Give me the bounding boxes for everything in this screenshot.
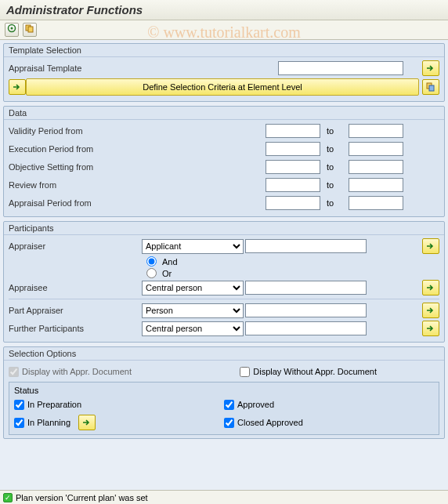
- appraiser-label: Appraiser: [9, 241, 142, 251]
- objective-from-label: Objective Setting from: [9, 162, 142, 172]
- part-appraiser-multi-button[interactable]: [422, 303, 439, 318]
- to-label: to: [327, 180, 342, 190]
- panel-title: Selection Options: [4, 347, 444, 361]
- and-label: And: [162, 257, 178, 267]
- to-label: to: [327, 144, 342, 154]
- panel-title: Template Selection: [4, 44, 444, 57]
- display-without-checkbox[interactable]: [240, 367, 250, 377]
- to-label: to: [327, 126, 342, 136]
- toolbar: [0, 20, 448, 40]
- to-label: to: [327, 198, 342, 208]
- appraisee-multi-button[interactable]: [422, 280, 439, 296]
- further-multi-button[interactable]: [422, 321, 439, 336]
- part-appraiser-label: Part Appraiser: [9, 306, 142, 315]
- closed-approved-label: Closed Approved: [237, 418, 303, 427]
- panel-selection-options: Selection Options Display with Appr. Doc…: [3, 346, 445, 439]
- panel-template-selection: Template Selection Appraisal Template De…: [3, 43, 445, 102]
- appraisal-template-label: Appraisal Template: [9, 63, 142, 73]
- page-title: Administrator Functions: [0, 0, 448, 20]
- display-with-label: Display with Appr. Document: [22, 367, 132, 376]
- panel-title: Participants: [4, 222, 444, 235]
- appraisee-input[interactable]: [245, 281, 367, 295]
- status-box: Status In Preparation In Planning: [9, 382, 439, 435]
- execution-from-label: Execution Period from: [9, 144, 142, 154]
- appraisal-template-multi-button[interactable]: [422, 60, 439, 76]
- define-criteria-lead-icon: [9, 79, 26, 95]
- display-without-label: Display Without Appr. Document: [253, 367, 377, 376]
- svg-point-1: [11, 27, 13, 30]
- or-label: Or: [162, 269, 172, 278]
- objective-to-input[interactable]: [349, 160, 403, 174]
- svg-rect-5: [429, 85, 434, 91]
- appraiser-multi-button[interactable]: [422, 238, 439, 254]
- status-bar: ✓ Plan version 'Current plan' was set: [0, 490, 448, 504]
- appraisal-template-input[interactable]: [278, 61, 403, 75]
- appraiser-input[interactable]: [245, 239, 367, 253]
- approved-label: Approved: [237, 400, 274, 409]
- further-input[interactable]: [245, 321, 367, 335]
- panel-title: Data: [4, 107, 444, 120]
- appraisal-from-label: Appraisal Period from: [9, 198, 142, 208]
- appraiser-type-select[interactable]: Applicant: [142, 239, 244, 254]
- execution-from-input[interactable]: [266, 142, 320, 156]
- success-icon: ✓: [3, 493, 13, 502]
- appraisee-label: Appraisee: [9, 283, 142, 292]
- and-radio[interactable]: [146, 256, 157, 267]
- part-appraiser-input[interactable]: [245, 303, 367, 317]
- review-from-input[interactable]: [266, 178, 320, 192]
- define-criteria-label: Define Selection Criteria at Element Lev…: [143, 82, 302, 92]
- further-type-select[interactable]: Central person: [142, 321, 244, 336]
- or-radio[interactable]: [146, 268, 157, 278]
- review-from-label: Review from: [9, 180, 142, 190]
- in-planning-checkbox[interactable]: [14, 418, 24, 428]
- panel-data: Data Validity Period from to Execution P…: [3, 106, 445, 217]
- in-planning-label: In Planning: [27, 418, 70, 427]
- execute-button[interactable]: [5, 23, 19, 37]
- status-message: Plan version 'Current plan' was set: [16, 493, 148, 502]
- display-with-checkbox: [9, 367, 19, 377]
- appraisal-from-input[interactable]: [266, 196, 320, 210]
- variant-button[interactable]: [23, 23, 37, 37]
- appraisal-to-input[interactable]: [349, 196, 403, 210]
- in-preparation-checkbox[interactable]: [14, 400, 24, 410]
- in-planning-multi-button[interactable]: [78, 415, 96, 430]
- review-to-input[interactable]: [349, 178, 403, 192]
- in-preparation-label: In Preparation: [27, 400, 81, 409]
- validity-from-label: Validity Period from: [9, 126, 142, 136]
- part-appraiser-type-select[interactable]: Person: [142, 303, 244, 318]
- execution-to-input[interactable]: [349, 142, 403, 156]
- svg-rect-3: [28, 27, 33, 32]
- panel-participants: Participants Appraiser Applicant And Or …: [3, 221, 445, 343]
- appraisee-type-select[interactable]: Central person: [142, 281, 244, 296]
- validity-from-input[interactable]: [266, 124, 320, 138]
- validity-to-input[interactable]: [349, 124, 403, 138]
- status-title: Status: [14, 384, 434, 397]
- copy-selection-button[interactable]: [422, 79, 439, 95]
- approved-checkbox[interactable]: [224, 400, 234, 410]
- further-participants-label: Further Participants: [9, 324, 142, 333]
- define-criteria-button[interactable]: Define Selection Criteria at Element Lev…: [26, 78, 419, 96]
- objective-from-input[interactable]: [266, 160, 320, 174]
- to-label: to: [327, 162, 342, 172]
- closed-approved-checkbox[interactable]: [224, 418, 234, 428]
